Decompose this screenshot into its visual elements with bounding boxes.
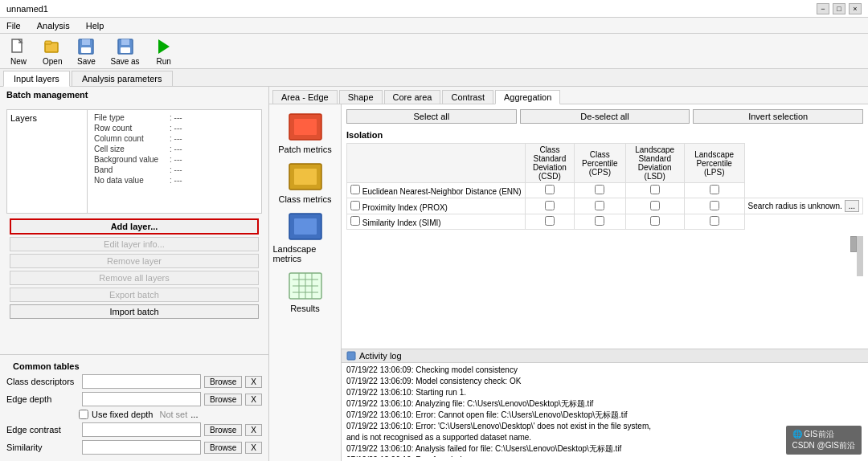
landscape-metrics-button[interactable]: Landscape metrics — [273, 210, 338, 263]
class-descriptors-clear[interactable]: X — [245, 376, 262, 388]
import-batch-button[interactable]: Import batch — [10, 304, 259, 319]
scrollbar-thumb[interactable] — [850, 236, 857, 252]
results-button[interactable]: Results — [273, 270, 338, 313]
edge-depth-label: Edge depth — [6, 394, 79, 404]
row-count-row: Row count : --- — [94, 124, 255, 133]
isolation-title: Isolation — [346, 130, 863, 140]
remove-layer-button[interactable]: Remove layer — [10, 254, 259, 268]
edit-layer-button[interactable]: Edit layer info... — [10, 237, 259, 251]
class-metrics-button[interactable]: Class metrics — [273, 161, 338, 204]
similarity-clear[interactable]: X — [245, 442, 262, 454]
search-radius-label: Search radius is unknown. — [748, 202, 842, 210]
save-as-button[interactable]: Save as — [104, 35, 145, 68]
similarity-browse[interactable]: Browse — [204, 442, 242, 454]
enn-lsd-cell — [625, 183, 684, 198]
enn-lps-checkbox[interactable] — [710, 185, 719, 194]
tab-input-layers[interactable]: Input layers — [3, 71, 70, 87]
prox-csd-checkbox[interactable] — [545, 201, 555, 210]
edge-depth-clear[interactable]: X — [245, 394, 262, 406]
new-button[interactable]: New — [3, 35, 34, 68]
remove-all-layers-button[interactable]: Remove all layers — [10, 271, 259, 285]
simi-csd-checkbox[interactable] — [545, 216, 555, 226]
simi-cps-checkbox[interactable] — [595, 216, 604, 226]
enn-checkbox[interactable] — [350, 185, 360, 194]
edge-contrast-row: Edge contrast Browse X — [6, 422, 262, 437]
edge-depth-row: Edge depth Browse X — [6, 392, 262, 406]
fixed-depth-ellipsis[interactable]: ... — [190, 410, 198, 419]
background-value-label: Background value — [94, 155, 166, 164]
menu-help[interactable]: Help — [83, 19, 108, 32]
no-data-label: No data value — [94, 176, 166, 185]
invert-selection-button[interactable]: Invert selection — [693, 109, 863, 124]
common-tables-title: Common tables — [6, 358, 262, 374]
edge-contrast-clear[interactable]: X — [245, 424, 262, 436]
cell-size-value: : --- — [170, 145, 182, 153]
tab-shape[interactable]: Shape — [339, 90, 383, 104]
enn-cps-checkbox[interactable] — [595, 185, 604, 194]
export-batch-button[interactable]: Export batch — [10, 288, 259, 302]
tab-core-area[interactable]: Core area — [384, 90, 441, 104]
watermark-attribution: CSDN @GIS前沿 — [792, 440, 856, 451]
open-button[interactable]: Open — [37, 35, 68, 68]
class-descriptors-browse[interactable]: Browse — [204, 376, 242, 388]
minimize-button[interactable]: − — [817, 3, 829, 14]
add-layer-button[interactable]: Add layer... — [10, 218, 259, 235]
edge-contrast-input[interactable] — [82, 422, 201, 437]
layer-buttons: Add layer... Edit layer info... Remove l… — [3, 217, 265, 320]
similarity-input[interactable] — [82, 440, 201, 455]
main-layout: Batch management Layers File type : --- … — [0, 87, 868, 461]
tab-contrast[interactable]: Contrast — [442, 90, 493, 104]
tab-aggregation[interactable]: Aggregation — [495, 90, 560, 104]
layers-info: File type : --- Row count : --- Column c… — [88, 110, 261, 213]
use-fixed-depth-checkbox[interactable] — [79, 410, 88, 419]
isolation-section: Isolation Class StandardDeviation (CSD) … — [346, 130, 863, 230]
prox-row: Proximity Index (PROX) Sea — [347, 198, 863, 214]
not-set-label: Not set — [159, 410, 187, 419]
enn-label: Euclidean Nearest-Neighbor Distance (ENN… — [347, 183, 526, 198]
file-type-row: File type : --- — [94, 113, 255, 122]
landscape-metrics-label: Landscape metrics — [273, 244, 338, 263]
tab-analysis-parameters[interactable]: Analysis parameters — [72, 71, 173, 86]
use-fixed-depth-label: Use fixed depth — [92, 410, 153, 419]
deselect-all-button[interactable]: De-select all — [520, 109, 690, 124]
simi-lsd-checkbox[interactable] — [650, 216, 660, 226]
maximize-button[interactable]: □ — [833, 3, 845, 14]
metric-col-header — [347, 144, 526, 183]
simi-cps-cell — [575, 214, 625, 230]
close-button[interactable]: × — [849, 3, 862, 14]
row-count-label: Row count — [94, 124, 166, 133]
search-radius-button[interactable]: ... — [845, 200, 859, 212]
tab-area-edge[interactable]: Area - Edge — [272, 90, 338, 104]
prox-checkbox[interactable] — [350, 201, 360, 210]
log-entry-4: 07/19/22 13:06:10: Error: Cannot open fi… — [346, 410, 863, 421]
prox-cps-checkbox[interactable] — [595, 201, 604, 210]
edge-depth-input[interactable] — [82, 392, 201, 406]
simi-label: Similarity Index (SIMI) — [347, 214, 526, 230]
simi-checkbox[interactable] — [350, 216, 360, 226]
prox-lps-checkbox[interactable] — [710, 201, 719, 210]
patch-metrics-button[interactable]: Patch metrics — [273, 111, 338, 154]
simi-lps-checkbox[interactable] — [710, 216, 719, 226]
select-all-button[interactable]: Select all — [346, 109, 517, 124]
row-count-value: : --- — [170, 124, 182, 133]
svg-rect-23 — [347, 352, 355, 360]
enn-lsd-checkbox[interactable] — [650, 185, 660, 194]
watermark: 🌐 GIS前沿 CSDN @GIS前沿 — [786, 426, 862, 455]
background-value-value: : --- — [170, 155, 182, 164]
svg-rect-7 — [121, 39, 129, 45]
enn-csd-checkbox[interactable] — [545, 185, 555, 194]
column-count-row: Column count : --- — [94, 134, 255, 143]
lps-header: Landscape Percentile(LPS) — [684, 144, 744, 183]
save-button[interactable]: Save — [71, 35, 101, 68]
svg-marker-9 — [158, 39, 170, 54]
class-descriptors-input[interactable] — [82, 374, 201, 389]
enn-lps-cell — [684, 183, 744, 198]
csd-header: Class StandardDeviation (CSD) — [525, 144, 575, 183]
run-button[interactable]: Run — [149, 35, 179, 68]
band-label: Band — [94, 165, 166, 174]
edge-contrast-browse[interactable]: Browse — [204, 424, 242, 436]
prox-lsd-checkbox[interactable] — [650, 201, 660, 210]
menu-analysis[interactable]: Analysis — [34, 19, 73, 32]
menu-file[interactable]: File — [3, 19, 24, 32]
edge-depth-browse[interactable]: Browse — [204, 394, 242, 406]
